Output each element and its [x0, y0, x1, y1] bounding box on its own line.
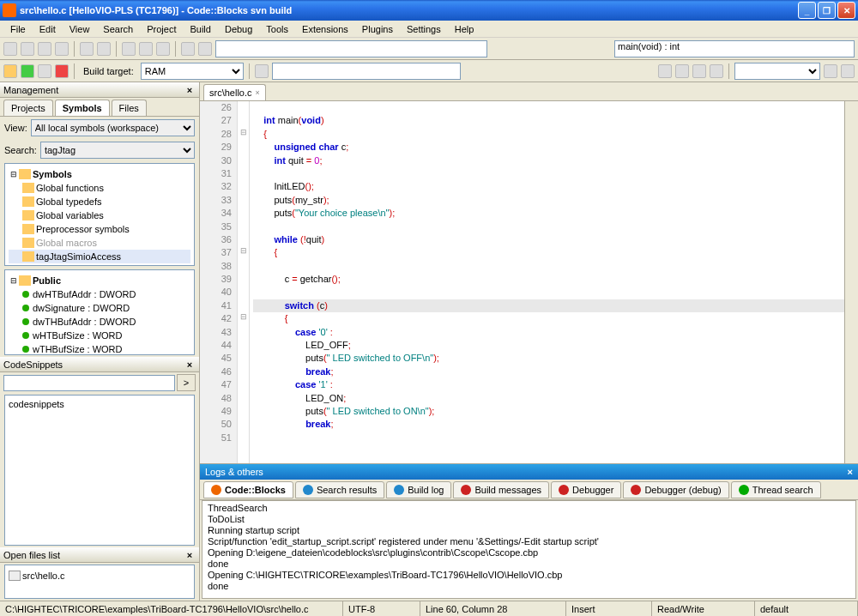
status-profile: default [755, 601, 858, 616]
search-select[interactable]: tagJtag [40, 142, 195, 159]
mgmt-tab-symbols[interactable]: Symbols [55, 100, 110, 116]
mgmt-tab-files[interactable]: Files [112, 100, 147, 116]
log-tab[interactable]: Code::Blocks [203, 481, 293, 498]
toolbar-search-field[interactable] [215, 40, 487, 57]
menu-file[interactable]: File [3, 22, 33, 35]
redo-icon[interactable] [97, 42, 111, 56]
public-item[interactable]: dwTHBufAddr : DWORD [9, 315, 190, 329]
tree-item[interactable]: Preprocessor symbols [9, 222, 190, 236]
status-path: C:\HIGHTEC\TRICORE\examples\TriBoard-TC1… [0, 601, 343, 616]
fold-column[interactable]: ⊟⊟⊟ [238, 101, 250, 463]
snippets-tree[interactable]: codesnippets [4, 395, 195, 546]
log-tabs: Code::BlocksSearch resultsBuild logBuild… [200, 480, 858, 500]
snippets-close-icon[interactable]: × [184, 359, 196, 370]
replace-icon[interactable] [198, 42, 212, 56]
title-bar: src\hello.c [HelloVIO-PLS (TC1796)] - Co… [0, 0, 858, 21]
app-icon [3, 3, 16, 17]
view-label: View: [4, 123, 27, 133]
menu-debug[interactable]: Debug [218, 22, 259, 35]
tree-item[interactable]: Global functions [9, 181, 190, 195]
toolbar-1: main(void) : int [0, 38, 858, 60]
menu-edit[interactable]: Edit [33, 22, 63, 35]
search-settings-icon[interactable] [841, 64, 855, 78]
window-title: src\hello.c [HelloVIO-PLS (TC1796)] - Co… [20, 5, 796, 15]
run-icon[interactable] [21, 64, 34, 78]
log-tab[interactable]: Debugger [551, 481, 621, 498]
paste-icon[interactable] [156, 42, 170, 56]
highlight-icon[interactable] [692, 64, 706, 78]
tree-item[interactable]: tagSimIOBuffer [9, 263, 190, 266]
search-go-icon[interactable] [824, 64, 837, 78]
openfiles-close-icon[interactable]: × [184, 550, 196, 560]
editor-tabs: src\hello.c × [200, 82, 858, 101]
mgmt-tab-projects[interactable]: Projects [3, 100, 53, 116]
public-item[interactable]: wTHBufSize : WORD [9, 342, 190, 355]
status-insert: Insert [566, 601, 652, 616]
log-tab[interactable]: Search results [295, 481, 384, 498]
tree-item[interactable]: Global typedefs [9, 195, 190, 208]
build-target-select[interactable]: RAM [141, 63, 244, 80]
nav-forward-icon[interactable] [675, 64, 689, 78]
menu-bar: FileEditViewSearchProjectBuildDebugTools… [0, 21, 858, 38]
find-icon[interactable] [181, 42, 195, 56]
open-file-icon[interactable] [21, 42, 34, 56]
new-file-icon[interactable] [3, 42, 17, 56]
menu-project[interactable]: Project [140, 22, 183, 35]
menu-search[interactable]: Search [96, 22, 140, 35]
status-readwrite: Read/Write [652, 601, 755, 616]
log-tab[interactable]: Thread search [731, 481, 821, 498]
menu-extensions[interactable]: Extensions [295, 22, 355, 35]
tree-item[interactable]: Global variables [9, 208, 190, 222]
build-run-icon[interactable] [38, 64, 51, 78]
log-tab[interactable]: Build messages [453, 481, 549, 498]
menu-tools[interactable]: Tools [259, 22, 295, 35]
debug-command-field[interactable] [272, 63, 461, 80]
save-icon[interactable] [38, 42, 51, 56]
log-tab[interactable]: Build log [386, 481, 451, 498]
log-tab[interactable]: Debugger (debug) [623, 481, 728, 498]
cut-icon[interactable] [122, 42, 136, 56]
symbol-hint-field[interactable]: main(void) : int [614, 40, 855, 57]
logs-close-icon[interactable]: × [848, 467, 853, 477]
tree-item[interactable]: tagJtagSimioAccess [9, 250, 190, 263]
code-editor[interactable]: 2627282930313233343536373839404142434445… [200, 101, 858, 463]
snippet-go-button[interactable]: > [177, 374, 196, 391]
openfiles-header: Open files list × [0, 547, 199, 563]
undo-icon[interactable] [80, 42, 94, 56]
management-close-icon[interactable]: × [184, 85, 196, 95]
line-gutter: 2627282930313233343536373839404142434445… [200, 101, 238, 463]
public-item[interactable]: wHTBufSize : WORD [9, 329, 190, 342]
openfiles-list[interactable]: src\hello.c [4, 565, 195, 599]
menu-build[interactable]: Build [183, 22, 217, 35]
nav-back-icon[interactable] [658, 64, 672, 78]
rebuild-icon[interactable] [55, 64, 69, 78]
debug-start-icon[interactable] [255, 64, 269, 78]
public-item[interactable]: dwHTBufAddr : DWORD [9, 287, 190, 301]
build-icon[interactable] [3, 64, 17, 78]
minimize-button[interactable]: _ [798, 2, 816, 19]
status-bar: C:\HIGHTEC\TRICORE\examples\TriBoard-TC1… [0, 601, 858, 616]
symbols-tree[interactable]: ⊟SymbolsGlobal functionsGlobal typedefsG… [4, 163, 195, 266]
view-select[interactable]: All local symbols (workspace) [31, 119, 195, 136]
code-area[interactable]: int main(void) { unsigned char c; int qu… [250, 101, 844, 463]
close-button[interactable]: ✕ [837, 2, 855, 19]
snippet-search-input[interactable] [3, 375, 175, 391]
menu-help[interactable]: Help [448, 22, 481, 35]
management-header: Management × [0, 82, 199, 98]
public-item[interactable]: dwSignature : DWORD [9, 301, 190, 315]
public-tree[interactable]: ⊟PublicdwHTBufAddr : DWORDdwSignature : … [4, 269, 195, 355]
tab-close-icon[interactable]: × [256, 88, 260, 97]
maximize-button[interactable]: ❐ [818, 2, 836, 19]
copy-icon[interactable] [139, 42, 153, 56]
menu-settings[interactable]: Settings [400, 22, 448, 35]
editor-tab-hello[interactable]: src\hello.c × [203, 84, 266, 100]
menu-plugins[interactable]: Plugins [355, 22, 400, 35]
save-all-icon[interactable] [55, 42, 69, 56]
menu-view[interactable]: View [63, 22, 97, 35]
tree-item[interactable]: Global macros [9, 236, 190, 250]
toggle-case-icon[interactable] [710, 64, 723, 78]
log-body[interactable]: ThreadSearchToDoListRunning startup scri… [202, 500, 856, 599]
editor-scrollbar[interactable] [844, 101, 858, 463]
status-position: Line 60, Column 28 [420, 601, 566, 616]
search-scope-select[interactable] [734, 63, 820, 80]
